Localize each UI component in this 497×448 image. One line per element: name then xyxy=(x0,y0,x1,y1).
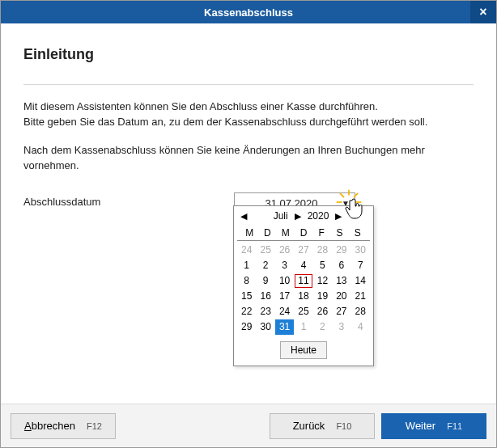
calendar-day-cell[interactable]: 30 xyxy=(351,243,370,258)
back-label: Zurück xyxy=(293,420,325,432)
next-year-button[interactable]: ▶ xyxy=(333,211,343,222)
next-button[interactable]: Weiter F11 xyxy=(381,413,486,439)
calendar-day-cell[interactable]: 25 xyxy=(294,304,312,319)
calendar-day-cell[interactable]: 27 xyxy=(332,304,350,319)
calendar-day-cell[interactable]: 22 xyxy=(237,304,256,319)
calendar-day-cell[interactable]: 2 xyxy=(313,319,332,335)
calendar-day-cell[interactable]: 10 xyxy=(275,273,294,289)
calendar-weekday-cell: D xyxy=(258,226,276,240)
calendar-day-cell[interactable]: 11 xyxy=(294,273,312,289)
calendar-day-cell[interactable]: 23 xyxy=(256,304,274,319)
calendar-day-cell[interactable]: 29 xyxy=(332,243,350,258)
back-button[interactable]: Zurück F10 xyxy=(270,413,375,439)
calendar-weekday-cell: M xyxy=(240,226,258,240)
calendar-day-cell[interactable]: 3 xyxy=(332,319,350,335)
calendar-day-cell[interactable]: 18 xyxy=(294,289,312,304)
next-month-button[interactable]: ▶ xyxy=(293,211,303,222)
intro-line-2: Bitte geben Sie das Datum an, zu dem der… xyxy=(23,115,474,130)
calendar-day-cell[interactable]: 12 xyxy=(313,273,332,289)
divider xyxy=(23,84,474,85)
svg-line-6 xyxy=(354,193,358,197)
titlebar: Kassenabschluss × xyxy=(1,1,496,23)
calendar-day-cell[interactable]: 1 xyxy=(237,258,256,273)
calendar-day-cell[interactable]: 15 xyxy=(237,289,256,304)
calendar-day-cell[interactable]: 14 xyxy=(351,273,370,289)
calendar-day-cell[interactable]: 5 xyxy=(313,258,332,273)
prev-month-button[interactable]: ◀ xyxy=(239,211,248,222)
intro-text-2: Nach dem Kassenabschluss können Sie kein… xyxy=(23,143,474,174)
calendar-day-cell[interactable]: 20 xyxy=(332,289,350,304)
window-title: Kassenabschluss xyxy=(204,6,293,19)
calendar-weekday-cell: F xyxy=(312,226,330,240)
calendar-weekday-cell: M xyxy=(277,226,295,240)
calendar-weekday-cell: D xyxy=(295,226,312,240)
cancel-shortcut: F12 xyxy=(87,421,102,431)
calendar-weekday-cell: S xyxy=(330,226,348,240)
calendar-header: ◀ Juli ▶ 2020 ▶ xyxy=(234,206,373,226)
calendar-day-cell[interactable]: 26 xyxy=(275,243,294,258)
cancel-label: Abbrechen xyxy=(24,420,75,432)
calendar-day-cell[interactable]: 31 xyxy=(275,319,294,335)
calendar-day-cell[interactable]: 3 xyxy=(275,258,294,273)
calendar-day-cell[interactable]: 28 xyxy=(351,304,370,319)
calendar-day-cell[interactable]: 6 xyxy=(332,258,350,273)
calendar-day-cell[interactable]: 9 xyxy=(256,273,274,289)
today-button[interactable]: Heute xyxy=(280,341,327,359)
close-button[interactable]: × xyxy=(470,1,496,23)
calendar-year-label[interactable]: 2020 xyxy=(308,210,329,222)
calendar-day-cell[interactable]: 4 xyxy=(294,258,312,273)
calendar-day-cell[interactable]: 7 xyxy=(351,258,370,273)
calendar-grid: 2425262728293012345678910111213141516171… xyxy=(234,243,373,336)
calendar-day-cell[interactable]: 24 xyxy=(237,243,256,258)
wizard-footer: Abbrechen F12 Zurück F10 Weiter F11 xyxy=(1,404,496,447)
calendar-month-label[interactable]: Juli xyxy=(274,210,288,222)
calendar-day-cell[interactable]: 13 xyxy=(332,273,350,289)
calendar-footer: Heute xyxy=(234,336,373,366)
calendar-day-cell[interactable]: 29 xyxy=(237,319,256,335)
calendar-popup[interactable]: ◀ Juli ▶ 2020 ▶ MDMDFSS 2425262728293012… xyxy=(233,205,374,366)
calendar-day-cell[interactable]: 30 xyxy=(256,319,274,335)
calendar-day-cell[interactable]: 8 xyxy=(237,273,256,289)
back-shortcut: F10 xyxy=(336,421,351,431)
date-field-label: Abschlussdatum xyxy=(23,192,234,208)
close-icon: × xyxy=(479,5,486,19)
calendar-day-cell[interactable]: 24 xyxy=(275,304,294,319)
calendar-day-cell[interactable]: 2 xyxy=(256,258,274,273)
next-shortcut: F11 xyxy=(447,421,462,431)
intro-line-1: Mit diesem Assistenten können Sie den Ab… xyxy=(23,99,474,115)
calendar-day-cell[interactable]: 21 xyxy=(351,289,370,304)
intro-text-1: Mit diesem Assistenten können Sie den Ab… xyxy=(23,99,474,130)
calendar-day-cell[interactable]: 28 xyxy=(313,243,332,258)
calendar-day-cell[interactable]: 1 xyxy=(294,319,312,335)
calendar-day-cell[interactable]: 4 xyxy=(351,319,370,335)
calendar-day-cell[interactable]: 17 xyxy=(275,289,294,304)
calendar-day-cell[interactable]: 25 xyxy=(256,243,274,258)
calendar-weekday-cell: S xyxy=(349,226,367,240)
calendar-weekday-row: MDMDFSS xyxy=(237,226,370,241)
page-heading: Einleitung xyxy=(23,46,474,63)
calendar-day-cell[interactable]: 16 xyxy=(256,289,274,304)
next-label: Weiter xyxy=(406,420,435,432)
svg-line-4 xyxy=(340,193,344,197)
calendar-day-cell[interactable]: 26 xyxy=(313,304,332,319)
wizard-content: Einleitung Mit diesem Assistenten können… xyxy=(1,23,496,220)
calendar-day-cell[interactable]: 27 xyxy=(294,243,312,258)
cancel-button[interactable]: Abbrechen F12 xyxy=(11,413,116,439)
calendar-day-cell[interactable]: 19 xyxy=(313,289,332,304)
